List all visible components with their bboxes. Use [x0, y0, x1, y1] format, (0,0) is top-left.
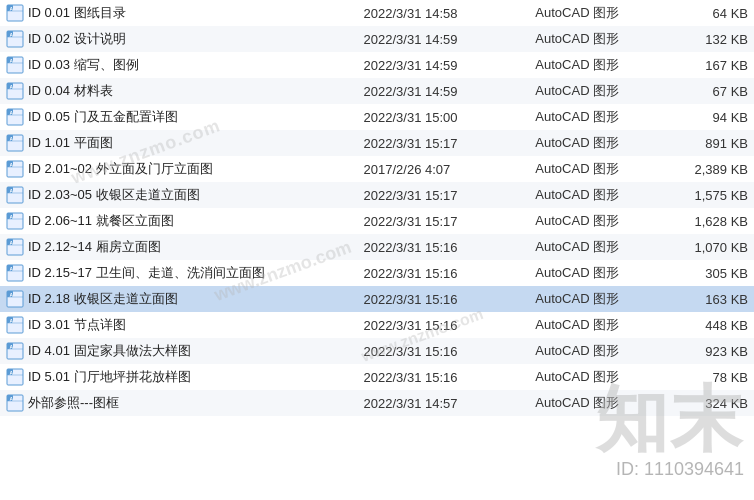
file-name: ID 2.06~11 就餐区立面图 — [28, 212, 174, 230]
file-type: AutoCAD 图形 — [529, 0, 661, 26]
autocad-file-icon: A — [6, 290, 24, 308]
table-row[interactable]: A ID 2.15~17 卫生间、走道、洗消间立面图2022/3/31 15:1… — [0, 260, 754, 286]
file-type: AutoCAD 图形 — [529, 52, 661, 78]
file-type: AutoCAD 图形 — [529, 338, 661, 364]
autocad-file-icon: A — [6, 264, 24, 282]
file-date: 2022/3/31 15:16 — [358, 286, 530, 312]
file-type: AutoCAD 图形 — [529, 260, 661, 286]
table-row[interactable]: A ID 0.01 图纸目录2022/3/31 14:58AutoCAD 图形6… — [0, 0, 754, 26]
file-type: AutoCAD 图形 — [529, 156, 661, 182]
file-size: 78 KB — [661, 364, 754, 390]
table-row[interactable]: A ID 0.03 缩写、图例2022/3/31 14:59AutoCAD 图形… — [0, 52, 754, 78]
file-size: 94 KB — [661, 104, 754, 130]
table-row[interactable]: A ID 2.03~05 收银区走道立面图2022/3/31 15:17Auto… — [0, 182, 754, 208]
table-row[interactable]: A ID 5.01 门厅地坪拼花放样图2022/3/31 15:16AutoCA… — [0, 364, 754, 390]
table-row[interactable]: A 外部参照---图框2022/3/31 14:57AutoCAD 图形324 … — [0, 390, 754, 416]
file-name: ID 1.01 平面图 — [28, 134, 113, 152]
file-date: 2022/3/31 14:59 — [358, 26, 530, 52]
file-name: ID 2.01~02 外立面及门厅立面图 — [28, 160, 213, 178]
file-date: 2022/3/31 15:16 — [358, 338, 530, 364]
file-size: 64 KB — [661, 0, 754, 26]
table-row[interactable]: A ID 2.06~11 就餐区立面图2022/3/31 15:17AutoCA… — [0, 208, 754, 234]
autocad-file-icon: A — [6, 30, 24, 48]
file-size: 305 KB — [661, 260, 754, 286]
file-name: ID 2.12~14 厢房立面图 — [28, 238, 161, 256]
file-date: 2022/3/31 15:16 — [358, 260, 530, 286]
file-date: 2022/3/31 15:16 — [358, 234, 530, 260]
table-row[interactable]: A ID 2.18 收银区走道立面图2022/3/31 15:16AutoCAD… — [0, 286, 754, 312]
file-size: 923 KB — [661, 338, 754, 364]
file-type: AutoCAD 图形 — [529, 78, 661, 104]
autocad-file-icon: A — [6, 134, 24, 152]
file-date: 2022/3/31 15:17 — [358, 130, 530, 156]
file-name: ID 3.01 节点详图 — [28, 316, 126, 334]
autocad-file-icon: A — [6, 394, 24, 412]
table-row[interactable]: A ID 0.02 设计说明2022/3/31 14:59AutoCAD 图形1… — [0, 26, 754, 52]
file-list: A ID 0.01 图纸目录2022/3/31 14:58AutoCAD 图形6… — [0, 0, 754, 416]
file-date: 2022/3/31 15:16 — [358, 364, 530, 390]
file-size: 132 KB — [661, 26, 754, 52]
file-type: AutoCAD 图形 — [529, 208, 661, 234]
file-name: ID 0.05 门及五金配置详图 — [28, 108, 178, 126]
file-size: 1,070 KB — [661, 234, 754, 260]
file-size: 1,575 KB — [661, 182, 754, 208]
file-type: AutoCAD 图形 — [529, 312, 661, 338]
file-type: AutoCAD 图形 — [529, 390, 661, 416]
autocad-file-icon: A — [6, 4, 24, 22]
autocad-file-icon: A — [6, 186, 24, 204]
autocad-file-icon: A — [6, 212, 24, 230]
file-size: 324 KB — [661, 390, 754, 416]
file-size: 1,628 KB — [661, 208, 754, 234]
file-name: ID 0.03 缩写、图例 — [28, 56, 139, 74]
file-date: 2017/2/26 4:07 — [358, 156, 530, 182]
file-size: 891 KB — [661, 130, 754, 156]
autocad-file-icon: A — [6, 342, 24, 360]
table-row[interactable]: A ID 1.01 平面图2022/3/31 15:17AutoCAD 图形89… — [0, 130, 754, 156]
file-name: ID 2.18 收银区走道立面图 — [28, 290, 178, 308]
autocad-file-icon: A — [6, 56, 24, 74]
table-row[interactable]: A ID 4.01 固定家具做法大样图2022/3/31 15:16AutoCA… — [0, 338, 754, 364]
file-type: AutoCAD 图形 — [529, 234, 661, 260]
file-name: ID 2.15~17 卫生间、走道、洗消间立面图 — [28, 264, 265, 282]
file-type: AutoCAD 图形 — [529, 364, 661, 390]
autocad-file-icon: A — [6, 316, 24, 334]
file-name: ID 0.01 图纸目录 — [28, 4, 126, 22]
file-date: 2022/3/31 15:16 — [358, 312, 530, 338]
file-date: 2022/3/31 14:58 — [358, 0, 530, 26]
file-type: AutoCAD 图形 — [529, 130, 661, 156]
file-name: ID 5.01 门厅地坪拼花放样图 — [28, 368, 191, 386]
file-type: AutoCAD 图形 — [529, 182, 661, 208]
file-type: AutoCAD 图形 — [529, 26, 661, 52]
file-type: AutoCAD 图形 — [529, 104, 661, 130]
file-date: 2022/3/31 15:17 — [358, 182, 530, 208]
file-name: ID 0.02 设计说明 — [28, 30, 126, 48]
autocad-file-icon: A — [6, 238, 24, 256]
file-date: 2022/3/31 15:00 — [358, 104, 530, 130]
file-size: 2,389 KB — [661, 156, 754, 182]
autocad-file-icon: A — [6, 160, 24, 178]
autocad-file-icon: A — [6, 82, 24, 100]
file-size: 163 KB — [661, 286, 754, 312]
file-date: 2022/3/31 14:57 — [358, 390, 530, 416]
file-date: 2022/3/31 14:59 — [358, 52, 530, 78]
autocad-file-icon: A — [6, 368, 24, 386]
table-row[interactable]: A ID 2.01~02 外立面及门厅立面图2017/2/26 4:07Auto… — [0, 156, 754, 182]
table-row[interactable]: A ID 0.05 门及五金配置详图2022/3/31 15:00AutoCAD… — [0, 104, 754, 130]
file-size: 167 KB — [661, 52, 754, 78]
table-row[interactable]: A ID 0.04 材料表2022/3/31 14:59AutoCAD 图形67… — [0, 78, 754, 104]
file-date: 2022/3/31 14:59 — [358, 78, 530, 104]
file-date: 2022/3/31 15:17 — [358, 208, 530, 234]
file-name: ID 4.01 固定家具做法大样图 — [28, 342, 191, 360]
table-row[interactable]: A ID 2.12~14 厢房立面图2022/3/31 15:16AutoCAD… — [0, 234, 754, 260]
file-size: 67 KB — [661, 78, 754, 104]
file-name: 外部参照---图框 — [28, 394, 119, 412]
file-type: AutoCAD 图形 — [529, 286, 661, 312]
watermark-id: ID: 1110394641 — [596, 459, 744, 480]
file-name: ID 2.03~05 收银区走道立面图 — [28, 186, 200, 204]
autocad-file-icon: A — [6, 108, 24, 126]
file-size: 448 KB — [661, 312, 754, 338]
file-name: ID 0.04 材料表 — [28, 82, 113, 100]
table-row[interactable]: A ID 3.01 节点详图2022/3/31 15:16AutoCAD 图形4… — [0, 312, 754, 338]
